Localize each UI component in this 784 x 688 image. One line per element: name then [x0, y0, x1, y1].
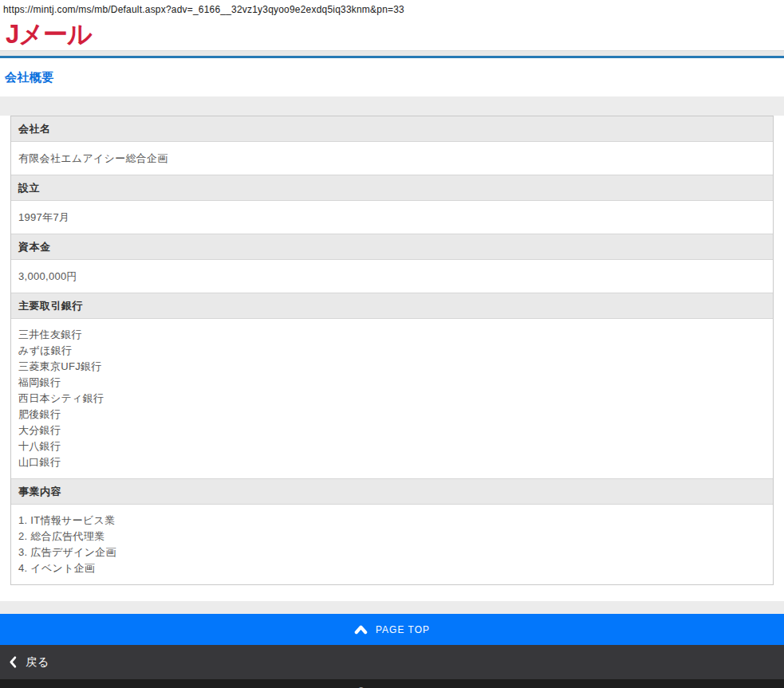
- title-band: 会社概要: [0, 58, 784, 96]
- page-url-text: https://mintj.com/ms/mb/Default.aspx?adv…: [0, 0, 784, 17]
- page-top-button[interactable]: PAGE TOP: [0, 614, 784, 645]
- page-top-label: PAGE TOP: [376, 624, 430, 635]
- company-overview-table: 会社名 有限会社エムアイシー総合企画 設立 1997年7月 資本金 3,000,…: [10, 116, 774, 585]
- chevron-left-icon: [8, 655, 18, 669]
- bank-line: 三菱東京UFJ銀行: [18, 359, 766, 375]
- business-line: 2. 総合広告代理業: [18, 529, 766, 545]
- back-button[interactable]: 戻る: [0, 645, 784, 679]
- bank-line: みずほ銀行: [18, 343, 766, 359]
- table-row-label-business: 事業内容: [11, 479, 773, 505]
- content-bottom-spacer: [0, 601, 784, 614]
- business-line: 4. イベント企画: [18, 560, 766, 576]
- table-row-value-business: 1. IT情報サービス業 2. 総合広告代理業 3. 広告デザイン企画 4. イ…: [11, 505, 773, 584]
- table-row-value-banks: 三井住友銀行 みずほ銀行 三菱東京UFJ銀行 福岡銀行 西日本シティ銀行 肥後銀…: [11, 319, 773, 479]
- page-title: 会社概要: [5, 70, 54, 84]
- jmail-logo[interactable]: Jメール: [6, 21, 92, 47]
- content-bottom-gap: [0, 585, 784, 601]
- header-divider-strip: [0, 50, 784, 56]
- table-row-value-company-name: 有限会社エムアイシー総合企画: [11, 142, 773, 175]
- bank-line: 肥後銀行: [18, 407, 766, 423]
- table-row-label-banks: 主要取引銀行: [11, 293, 773, 319]
- bank-line: 大分銀行: [18, 423, 766, 438]
- bank-line: 西日本シティ銀行: [18, 391, 766, 407]
- site-footer: © mintC! J-mail: [0, 679, 784, 688]
- table-row-label-established: 設立: [11, 175, 773, 201]
- site-header: Jメール: [0, 17, 784, 50]
- table-row-value-established: 1997年7月: [11, 201, 773, 234]
- bank-line: 十八銀行: [18, 438, 766, 454]
- business-line: 1. IT情報サービス業: [18, 513, 766, 529]
- bank-line: 山口銀行: [18, 454, 766, 470]
- bank-line: 三井住友銀行: [18, 327, 766, 343]
- chevron-up-icon: [354, 624, 368, 635]
- table-row-label-capital: 資本金: [11, 234, 773, 260]
- bank-line: 福岡銀行: [18, 375, 766, 391]
- content-top-spacer: [0, 96, 784, 116]
- table-row-label-company-name: 会社名: [11, 116, 773, 142]
- back-label: 戻る: [26, 655, 49, 670]
- business-line: 3. 広告デザイン企画: [18, 545, 766, 560]
- table-row-value-capital: 3,000,000円: [11, 260, 773, 293]
